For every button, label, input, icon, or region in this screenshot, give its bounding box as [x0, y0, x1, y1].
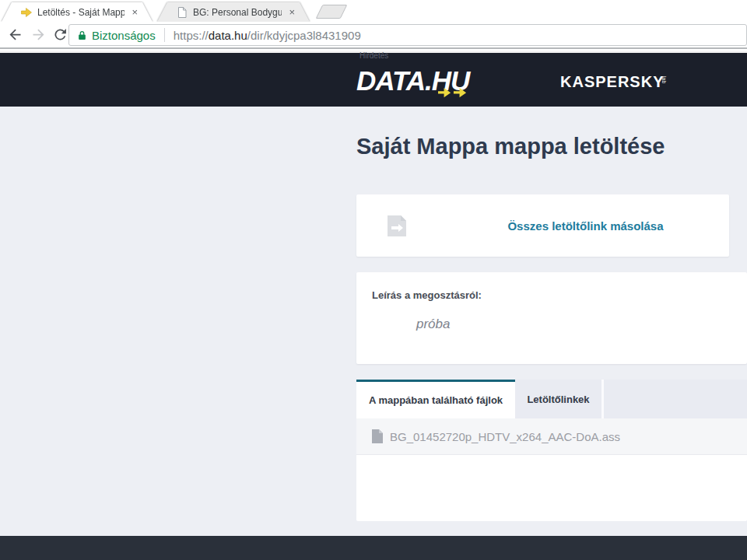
kaspersky-logo-text: KASPERSKY — [560, 73, 664, 91]
url-path: /dir/kdyjcpa3l8431909 — [247, 29, 361, 42]
url-scheme: https:// — [174, 29, 209, 42]
page-footer — [0, 536, 747, 560]
tab-title: BG: Personal Bodyguard — [193, 7, 282, 18]
copy-all-card: Összes letöltőlink másolása — [356, 194, 729, 257]
description-card: Leírás a megosztásról: próba — [356, 272, 747, 364]
files-card: A mappában található fájlok Letöltőlinke… — [356, 380, 747, 521]
copy-all-links-button[interactable]: Összes letöltőlink másolása — [442, 194, 729, 257]
tab-strip: Letöltés - Saját Mappa | D × BG: Persona… — [0, 0, 747, 22]
page-favicon-icon — [176, 6, 188, 19]
tab-separator — [601, 380, 604, 418]
copy-document-icon — [387, 215, 407, 237]
tab-files-in-folder[interactable]: A mappában található fájlok — [356, 380, 515, 418]
description-label: Leírás a megosztásról: — [372, 289, 482, 301]
ad-label: Hirdetés — [359, 51, 388, 60]
kaspersky-logo-suffix: lab — [661, 76, 667, 83]
secure-label: Biztonságos — [92, 29, 156, 42]
back-icon[interactable] — [7, 26, 23, 43]
lock-icon — [77, 30, 87, 41]
kaspersky-logo[interactable]: KASPERSKY lab — [560, 73, 675, 91]
forward-icon[interactable] — [30, 26, 47, 43]
address-bar[interactable]: Biztonságos https://data.hu/dir/kdyjcpa3… — [68, 24, 747, 46]
browser-tab-current[interactable]: Letöltés - Saját Mappa | D × — [2, 2, 153, 22]
tab-download-links[interactable]: Letöltőlinkek — [515, 380, 601, 418]
page-title: Saját Mappa mappa letöltése — [356, 134, 665, 159]
datahu-arrow-favicon-icon — [20, 6, 33, 19]
new-tab-button[interactable] — [316, 5, 348, 19]
ad-banner: Hirdetés DATA.HU KASPERSKY lab — [0, 53, 747, 107]
tab-close-icon[interactable]: × — [286, 5, 297, 19]
reload-icon[interactable] — [52, 26, 68, 43]
file-name: BG_01452720p_HDTV_x264_AAC-DoA.ass — [390, 430, 620, 443]
omnibox-separator — [164, 28, 165, 42]
tab-close-icon[interactable]: × — [129, 5, 140, 19]
datahu-logo-arrows-icon — [438, 87, 469, 99]
url-text: https://data.hu/dir/kdyjcpa3l8431909 — [174, 29, 361, 42]
browser-tab-background[interactable]: BG: Personal Bodyguard × — [157, 2, 310, 22]
tab-title: Letöltés - Saját Mappa | D — [37, 7, 124, 18]
file-list-item[interactable]: BG_01452720p_HDTV_x264_AAC-DoA.ass — [356, 418, 747, 455]
description-value: próba — [416, 317, 450, 332]
url-host: data.hu — [209, 29, 247, 42]
file-icon — [372, 429, 383, 443]
browser-toolbar: Biztonságos https://data.hu/dir/kdyjcpa3… — [0, 22, 747, 49]
browser-window: Letöltés - Saját Mappa | D × BG: Persona… — [0, 0, 747, 560]
